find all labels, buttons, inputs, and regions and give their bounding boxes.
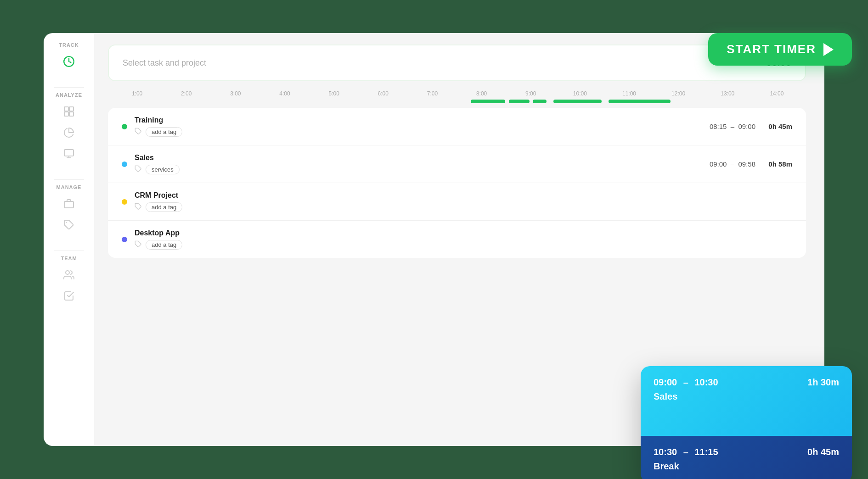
- popup-time-start-sales: 09:00: [654, 377, 677, 388]
- task-time-training: 08:15 – 09:00 0h 45m: [710, 123, 792, 130]
- popup-time-end-break: 11:15: [694, 447, 718, 457]
- task-duration-sales: 0h 58m: [765, 160, 792, 168]
- popup-separator-break: –: [681, 447, 691, 457]
- task-info-training: Training add a tag: [135, 116, 710, 137]
- popup-time-end-sales: 10:30: [694, 377, 718, 388]
- manage-tags-icon[interactable]: [60, 216, 78, 234]
- timeline-hour-11: 11:00: [604, 90, 654, 97]
- svg-rect-1: [64, 107, 68, 111]
- analyze-dashboard-icon[interactable]: [60, 102, 78, 121]
- tag-icon-crm: [135, 203, 142, 212]
- track-timer-icon[interactable]: [60, 52, 78, 71]
- popup-container: 09:00 – 10:30 1h 30m Sales 10:30 – 11:15…: [641, 366, 852, 479]
- sidebar-label-track: TRACK: [59, 42, 79, 48]
- table-row: CRM Project add a tag: [108, 183, 806, 221]
- task-duration-training: 0h 45m: [765, 123, 792, 130]
- add-tag-crm[interactable]: add a tag: [146, 202, 182, 212]
- tag-icon-sales: [135, 165, 142, 174]
- popup-separator-sales-1: –: [681, 377, 691, 388]
- sidebar-section-manage: MANAGE: [56, 184, 82, 237]
- task-name-desktop: Desktop App: [135, 229, 792, 237]
- sidebar-label-analyze: ANALYZE: [56, 92, 82, 98]
- sidebar-label-team: TEAM: [61, 256, 77, 261]
- task-dot-crm: [122, 199, 127, 205]
- tag-icon-training: [135, 128, 142, 136]
- timeline-hour-7: 7:00: [408, 90, 457, 97]
- start-timer-label: START TIMER: [727, 42, 816, 56]
- timeline-hour-3: 3:00: [211, 90, 260, 97]
- svg-rect-2: [69, 107, 73, 111]
- sidebar: TRACK ANALYZE: [44, 33, 94, 446]
- task-timerange-sales: 09:00 – 09:58: [710, 160, 755, 168]
- timeline-segment-4: [553, 100, 602, 103]
- timeline-segment-1: [471, 100, 505, 103]
- task-timerange-training: 08:15 – 09:00: [710, 123, 755, 130]
- sidebar-section-analyze: ANALYZE: [56, 92, 82, 166]
- sidebar-section-track: TRACK: [59, 42, 79, 73]
- start-timer-button[interactable]: START TIMER: [708, 33, 852, 66]
- task-info-desktop: Desktop App add a tag: [135, 229, 792, 250]
- tag-icon-desktop: [135, 240, 142, 249]
- popup-card-break: 10:30 – 11:15 0h 45m Break: [641, 436, 852, 479]
- svg-rect-8: [64, 201, 73, 208]
- timeline-hour-1: 1:00: [113, 90, 162, 97]
- task-name-sales: Sales: [135, 154, 710, 162]
- popup-card-sales: 09:00 – 10:30 1h 30m Sales: [641, 366, 852, 436]
- task-time-sales: 09:00 – 09:58 0h 58m: [710, 160, 792, 168]
- timeline-hour-2: 2:00: [162, 90, 211, 97]
- timeline-hour-4: 4:00: [260, 90, 309, 97]
- team-members-icon[interactable]: [60, 266, 78, 284]
- task-dot-sales: [122, 162, 127, 167]
- divider-3: [54, 251, 84, 251]
- timeline-segment-5: [609, 100, 671, 103]
- table-row: Training add a tag 08:15 – 09:00: [108, 108, 806, 145]
- popup-duration-sales: 1h 30m: [807, 377, 839, 388]
- add-tag-training[interactable]: add a tag: [146, 127, 182, 137]
- play-icon: [823, 43, 834, 56]
- task-list: Training add a tag 08:15 – 09:00: [108, 108, 806, 258]
- timeline-hour-5: 5:00: [310, 90, 359, 97]
- analyze-screen-icon[interactable]: [60, 145, 78, 163]
- task-dot-desktop: [122, 237, 127, 242]
- timeline-hour-9: 9:00: [506, 90, 555, 97]
- task-name-training: Training: [135, 116, 710, 124]
- popup-time-start-break: 10:30: [654, 447, 677, 457]
- popup-timerange-break: 10:30 – 11:15 0h 45m: [654, 447, 839, 457]
- divider-2: [54, 179, 84, 180]
- timeline-hour-13: 13:00: [703, 90, 752, 97]
- timeline-hour-8: 8:00: [457, 90, 506, 97]
- timeline-hour-6: 6:00: [359, 90, 408, 97]
- task-name-crm: CRM Project: [135, 191, 792, 200]
- timeline-hour-12: 12:00: [654, 90, 703, 97]
- task-tags-desktop: add a tag: [135, 240, 792, 250]
- divider-1: [54, 87, 84, 88]
- team-tasks-icon[interactable]: [60, 287, 78, 305]
- manage-projects-icon[interactable]: [60, 195, 78, 213]
- timeline-hour-14: 14:00: [752, 90, 801, 97]
- table-row: Desktop App add a tag: [108, 221, 806, 258]
- task-dot-training: [122, 124, 127, 129]
- task-info-crm: CRM Project add a tag: [135, 191, 792, 212]
- task-tags-sales: services: [135, 165, 710, 174]
- task-tags-crm: add a tag: [135, 202, 792, 212]
- timeline-segment-3: [533, 100, 547, 103]
- popup-label-break: Break: [654, 461, 839, 472]
- popup-timerange-sales: 09:00 – 10:30 1h 30m: [654, 377, 839, 388]
- sidebar-section-team: TEAM: [60, 256, 78, 308]
- svg-rect-5: [64, 150, 73, 156]
- svg-rect-3: [64, 112, 68, 116]
- svg-rect-4: [69, 112, 73, 116]
- popup-duration-break: 0h 45m: [807, 447, 839, 457]
- analyze-pie-icon[interactable]: [60, 123, 78, 142]
- sidebar-label-manage: MANAGE: [56, 184, 82, 190]
- table-row: Sales services 09:00 – 09:58: [108, 145, 806, 183]
- add-tag-desktop[interactable]: add a tag: [146, 240, 182, 250]
- svg-point-10: [66, 271, 69, 274]
- task-info-sales: Sales services: [135, 154, 710, 174]
- timer-bar: Select task and project 00:00: [108, 45, 806, 81]
- timeline-hour-10: 10:00: [555, 90, 604, 97]
- timeline-segment-2: [509, 100, 530, 103]
- timer-placeholder: Select task and project: [123, 58, 206, 68]
- task-tags-training: add a tag: [135, 127, 710, 137]
- tag-services[interactable]: services: [146, 165, 180, 174]
